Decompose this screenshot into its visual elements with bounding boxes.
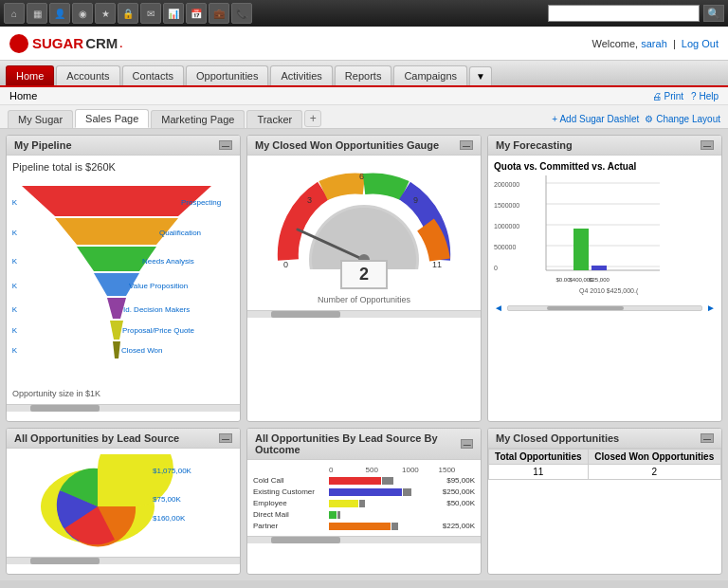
outcome-bar-directmail-1 (329, 511, 337, 519)
toolbar-icon-suitcase[interactable]: 💼 (209, 3, 229, 24)
outcome-label-partner: Partner (253, 522, 329, 530)
svg-text:Q4 2010 $425,000.(: Q4 2010 $425,000.( (579, 287, 639, 295)
svg-text:$50,00K: $50,00K (12, 229, 18, 237)
svg-text:$50,00K: $50,00K (12, 326, 18, 335)
outcome-val-employee: $50,00K (446, 499, 475, 507)
outcome-bars-partner (329, 523, 441, 530)
svg-text:$75,00K: $75,00K (12, 198, 18, 207)
forecasting-scrollbar[interactable] (507, 305, 702, 311)
outcome-bar-directmail-2 (337, 511, 340, 519)
forecasting-prev[interactable]: ◄ (494, 303, 503, 313)
closed-opps-table: Total Opportunities Closed Won Opportuni… (488, 449, 721, 480)
val-total-opps: 11 (489, 465, 589, 480)
closed-opps-content: Total Opportunities Closed Won Opportuni… (488, 449, 721, 480)
toolbar-icon-globe[interactable]: ◉ (72, 3, 93, 24)
tab-add-button[interactable]: + (304, 110, 321, 127)
toolbar-icon-grid[interactable]: ▦ (27, 3, 47, 24)
svg-text:$75,00K: $75,00K (153, 495, 181, 504)
svg-text:2000000: 2000000 (494, 181, 519, 188)
user-name-link[interactable]: sarah (641, 38, 667, 49)
pipeline-scrollbar[interactable] (7, 404, 240, 412)
svg-text:1000000: 1000000 (494, 223, 519, 230)
table-row: 11 2 (489, 465, 721, 480)
forecasting-scrollbar-thumb[interactable] (547, 306, 625, 310)
by-outcome-scrollbar[interactable] (247, 536, 481, 543)
nav-tab-contacts[interactable]: Contacts (122, 65, 184, 85)
add-sugar-dashlet-link[interactable]: + Add Sugar Dashlet (552, 114, 639, 124)
toolbar-icon-lock[interactable]: 🔒 (118, 3, 138, 24)
svg-text:$1,075,00K: $1,075,00K (153, 467, 192, 475)
nav-tab-accounts[interactable]: Accounts (56, 65, 119, 85)
tab-marketing-page[interactable]: Marketing Page (151, 110, 245, 128)
svg-text:$25,00K: $25,00K (12, 257, 18, 266)
print-link[interactable]: 🖨 Print (652, 91, 683, 101)
tab-tracker[interactable]: Tracker (246, 110, 302, 128)
x-label-1000: 1000 (402, 466, 439, 474)
by-outcome-scrollbar-thumb[interactable] (271, 537, 341, 543)
by-outcome-panel: All Opportunities By Lead Source By Outc… (246, 428, 482, 575)
toolbar-icon-chart[interactable]: 📊 (163, 3, 184, 24)
nav-tab-activities[interactable]: Activities (270, 65, 332, 85)
toolbar-icon-star[interactable]: ★ (95, 3, 116, 24)
logo-dot: . (119, 38, 122, 49)
gauge-content: 0 3 6 9 11 2 Number of Opportunities (247, 156, 481, 310)
lead-source-minimize[interactable]: — (219, 433, 232, 443)
forecasting-title: My Forecasting (496, 139, 573, 151)
by-outcome-minimize[interactable]: — (461, 439, 473, 449)
nav-bar: Home Accounts Contacts Opportunities Act… (0, 61, 728, 87)
lead-source-panel: All Opportunities by Lead Source — $1,07… (6, 428, 241, 575)
pipeline-footer: Opportunity size in $1K (12, 389, 234, 398)
change-layout-link[interactable]: ⚙ Change Layout (645, 114, 720, 124)
outcome-bars-coldcall (329, 477, 445, 485)
outcome-val-existing: $250,00K (443, 487, 475, 496)
closed-opps-minimize[interactable]: — (701, 433, 714, 443)
logout-link[interactable]: Log Out (682, 38, 719, 49)
nav-tab-reports[interactable]: Reports (335, 65, 392, 85)
nav-more-button[interactable]: ▼ (469, 66, 492, 85)
gauge-scrollbar-thumb[interactable] (271, 311, 341, 318)
lead-source-content: $1,075,00K $75,00K $160,00K (7, 449, 240, 557)
toolbar-icon-phone[interactable]: 📞 (231, 3, 252, 24)
nav-tab-opportunities[interactable]: Opportunities (186, 65, 268, 85)
toolbar-icon-calendar[interactable]: 📅 (186, 3, 207, 24)
pipeline-minimize[interactable]: — (219, 140, 232, 150)
forecasting-subtitle: Quota vs. Committed vs. Actual (494, 161, 716, 172)
help-link[interactable]: ? Help (691, 91, 719, 101)
svg-text:0: 0 (283, 260, 288, 269)
pipeline-panel: My Pipeline — Pipeline total is $260K $7… (6, 135, 241, 422)
closed-opps-header: My Closed Opportunities — (488, 429, 721, 449)
svg-text:Proposal/Price Quote: Proposal/Price Quote (122, 326, 195, 335)
pipeline-funnel-svg: $75,00K Prospecting $50,00K Qualificatio… (12, 176, 221, 385)
forecasting-next[interactable]: ► (706, 303, 716, 313)
lead-source-scrollbar[interactable] (7, 557, 240, 564)
gauge-minimize[interactable]: — (460, 140, 473, 150)
toolbar-icon-home[interactable]: ⌂ (4, 3, 25, 24)
logo-icon (9, 34, 28, 53)
toolbar-icon-person[interactable]: 👤 (49, 3, 70, 24)
toolbar-icon-mail[interactable]: ✉ (140, 3, 161, 24)
nav-tab-home[interactable]: Home (6, 65, 54, 85)
svg-text:Needs Analysis: Needs Analysis (142, 257, 194, 266)
search-button[interactable]: 🔍 (703, 5, 724, 22)
outcome-row-coldcall: Cold Call $95,00K (253, 476, 475, 485)
gauge-panel: My Closed Won Opportunities Gauge — (246, 135, 482, 422)
svg-text:6: 6 (359, 172, 364, 181)
forecasting-minimize[interactable]: — (701, 140, 714, 150)
pipeline-scrollbar-thumb[interactable] (30, 405, 100, 412)
nav-tab-campaigns[interactable]: Campaigns (393, 65, 467, 85)
tab-my-sugar[interactable]: My Sugar (8, 110, 73, 128)
app-logo: SUGARCRM. (9, 34, 122, 53)
tab-sales-page[interactable]: Sales Page (75, 109, 149, 128)
gauge-scrollbar[interactable] (247, 310, 481, 318)
lead-source-title: All Opportunities by Lead Source (14, 432, 179, 444)
gauge-value: 2 (340, 260, 388, 289)
svg-marker-18 (113, 341, 120, 358)
search-input[interactable] (548, 5, 700, 22)
svg-text:Id. Decision Makers: Id. Decision Makers (123, 305, 190, 314)
outcome-bar-existing-2 (403, 488, 411, 496)
col-total-opps: Total Opportunities (489, 450, 589, 465)
lead-source-scrollbar-thumb[interactable] (30, 558, 100, 564)
outcome-bars-existing (329, 488, 441, 496)
top-search-area: 🔍 (548, 5, 724, 22)
welcome-text: Welcome, (592, 38, 638, 49)
